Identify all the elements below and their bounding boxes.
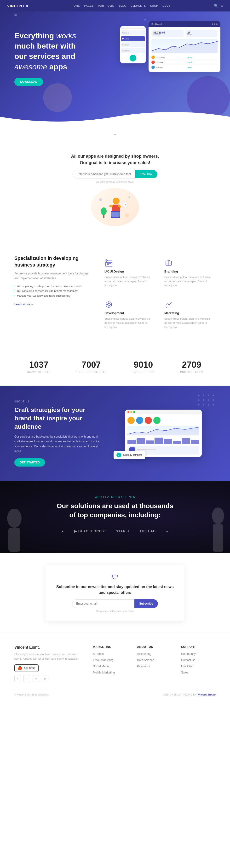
nav-shop[interactable]: SHOP: [150, 4, 158, 7]
feature-dev-title: Development: [105, 311, 152, 315]
footer-link-alltools[interactable]: All Tools: [93, 652, 104, 655]
learn-more-link[interactable]: Learn more →: [15, 303, 34, 306]
clients-section: Our featured clients Our solutions are u…: [0, 481, 230, 553]
svg-point-28: [198, 395, 200, 396]
apple-icon: 🍎: [18, 666, 22, 671]
feature-dev-desc: Suspendisse potenti diam orci vehicula a…: [105, 317, 152, 330]
stat-code: 9010 LINES OF CODE: [132, 360, 155, 373]
footer-social: f t in yt: [15, 675, 83, 682]
design-brand: Vincent Studio: [197, 693, 215, 696]
hero-mockups: Project 1 Active Overview Dashboard ↓ Da…: [120, 21, 221, 93]
newsletter-section: 🛡 Subscribe to our newsletter and stay u…: [0, 553, 230, 633]
laptop-avatar-1: [127, 417, 135, 424]
newsletter-submit-button[interactable]: Subscribe: [135, 599, 158, 608]
footer-link-payments[interactable]: Payments: [137, 664, 150, 668]
svg-rect-15: [106, 262, 112, 266]
feature-list-item-3: Manage your workflow and tasks successfu…: [15, 294, 91, 297]
footer-marketing-list: All Tools Email Marketing Social Media M…: [93, 651, 127, 675]
newsletter-icon: 🛡: [55, 573, 175, 581]
window-close: [127, 411, 130, 413]
email-input[interactable]: [73, 170, 135, 179]
social-facebook[interactable]: f: [15, 675, 21, 682]
stat-clients-label: HAPPY CLIENTS: [27, 371, 51, 373]
floating-card: ✓ Strategy complete: [114, 451, 145, 459]
dash-user-3: Mike Lee: [156, 66, 186, 68]
phone-mockup: Project 1 Active Overview Dashboard ↓: [120, 26, 146, 63]
client-logo-thelab: THE LAB: [139, 529, 156, 533]
feature-marketing-desc: Suspendisse potenti diam orci vehicula a…: [164, 317, 212, 330]
social-youtube[interactable]: yt: [42, 675, 49, 682]
nav-docs[interactable]: DOCS: [163, 4, 171, 7]
svg-point-38: [208, 404, 209, 406]
footer-brand-desc: Efficiently visualize and optimize your …: [15, 652, 83, 661]
footer-link-datascience[interactable]: Data Science: [137, 658, 154, 662]
avatar-2: [151, 61, 155, 64]
footer-link-livechat[interactable]: Live Chat: [181, 664, 193, 668]
svg-point-11: [125, 213, 129, 217]
about-desc: Our services are backed up by specialist…: [15, 434, 102, 454]
appstore-button[interactable]: 🍎 App Store: [15, 664, 38, 672]
stat-photos: 2709 PHOTOS TAKEN: [180, 360, 203, 373]
dash-revenue-label: Revenue: [153, 34, 181, 36]
clients-content: Our featured clients Our solutions are u…: [15, 495, 215, 533]
footer-link-community[interactable]: Community: [181, 652, 196, 655]
footer-link-sales[interactable]: Sales: [181, 671, 188, 674]
svg-point-32: [198, 399, 200, 401]
dash-status-2: Online: [188, 61, 218, 63]
svg-point-9: [99, 198, 102, 201]
hero-cta-button[interactable]: DOWNLOAD: [15, 78, 43, 86]
feature-list-item-2: Our consulting services include project …: [15, 289, 91, 292]
social-twitter[interactable]: t: [24, 675, 30, 682]
about-cta-button[interactable]: GET STARTED: [15, 458, 45, 467]
branding-icon: [164, 259, 173, 267]
footer-link-accounting[interactable]: Accounting: [137, 652, 151, 655]
dash-orders-value: 27: [188, 31, 215, 34]
client-logos: ▲ ▶ BLACKFOREST STAR ✦ THE LAB ▲: [15, 529, 215, 533]
stat-projects-label: FINISHED PROJECTS: [76, 371, 106, 373]
footer-link-emailmarketing[interactable]: Email Marketing: [93, 658, 114, 662]
dash-title: Dashboard: [151, 23, 162, 25]
search-icon[interactable]: 🔍: [214, 4, 218, 8]
stat-projects-num: 7007: [76, 360, 106, 370]
newsletter-input[interactable]: [72, 599, 135, 608]
stat-photos-label: PHOTOS TAKEN: [180, 371, 203, 373]
clients-headline: Our solutions are used at thousands of t…: [55, 501, 175, 520]
footer-link-socialmedia[interactable]: Social Media: [93, 664, 110, 668]
svg-point-30: [208, 395, 209, 396]
laptop-avatars: [127, 417, 199, 424]
floating-text: Strategy complete: [123, 454, 143, 456]
feature-branding-desc: Suspendisse potenti diam orci vehicula a…: [164, 275, 212, 288]
social-linkedin[interactable]: in: [33, 675, 39, 682]
email-cta-button[interactable]: Free Trial: [135, 170, 157, 178]
avatar-1: [151, 56, 155, 59]
nav-elements[interactable]: ELEMENTS: [131, 4, 146, 7]
features-headline: Specialization in developing business st…: [15, 255, 91, 268]
nav-pages[interactable]: PAGES: [84, 4, 94, 7]
email-illustration: [9, 188, 221, 226]
svg-marker-0: [151, 41, 218, 53]
email-note: We promise not to spam your Inbox!: [9, 180, 221, 183]
dash-status-1: Active: [188, 57, 218, 58]
nav-home[interactable]: HOME: [71, 4, 80, 7]
client-logo-1: ▲: [61, 529, 65, 533]
about-label: About us: [15, 400, 102, 403]
svg-rect-6: [111, 212, 119, 217]
stat-clients-num: 1037: [27, 360, 51, 370]
menu-icon[interactable]: ≡: [221, 4, 223, 8]
footer-support-title: SUPPORT: [181, 645, 215, 649]
nav-blog[interactable]: BLOG: [119, 4, 126, 7]
svg-point-27: [171, 302, 172, 303]
client-logo-star: STAR ✦: [116, 529, 130, 533]
dash-status-3: Away: [188, 66, 218, 68]
svg-point-22: [108, 303, 110, 306]
hero-section: Everything works much better with our se…: [0, 11, 230, 126]
nav-portfolio[interactable]: PORTFOLIO: [98, 4, 114, 7]
dash-list-row-1: John Smith Active: [151, 55, 218, 60]
newsletter-form: Subscribe: [55, 599, 175, 608]
newsletter-headline: Subscribe to our newsletter and stay upd…: [55, 584, 175, 595]
svg-point-1: [113, 197, 119, 204]
footer-link-contact[interactable]: Contact Us: [181, 658, 195, 662]
dash-list-row-2: Jane Doe Online: [151, 60, 218, 65]
features-section: Specialization in developing business st…: [0, 241, 230, 348]
footer-link-mobilemarketing[interactable]: Mobile Marketing: [93, 671, 115, 674]
